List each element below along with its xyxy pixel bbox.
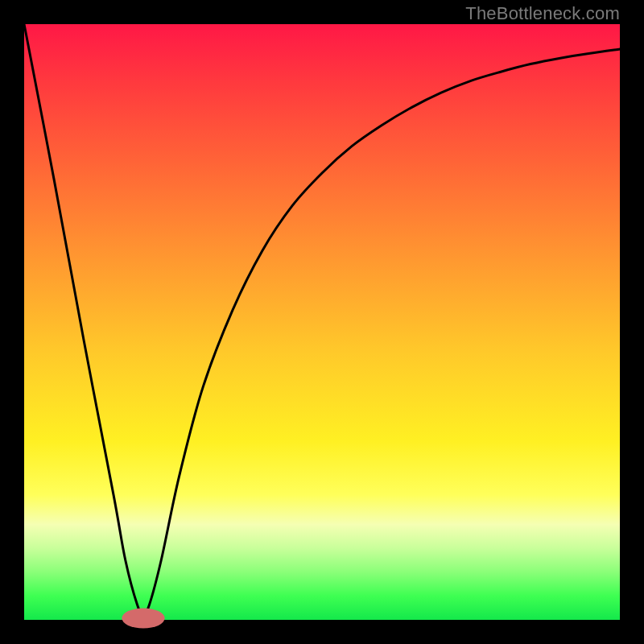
plot-area [24, 24, 620, 620]
bottleneck-curve-path [24, 24, 620, 614]
bottleneck-curve-svg [24, 24, 620, 620]
valley-marker [122, 608, 164, 628]
chart-frame: TheBottleneck.com [0, 0, 644, 644]
watermark-text: TheBottleneck.com [465, 3, 620, 24]
